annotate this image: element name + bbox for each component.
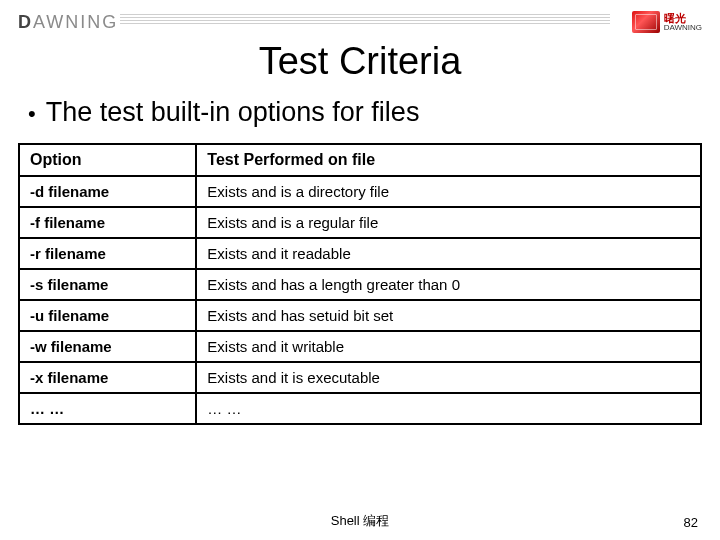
bullet-text: The test built-in options for files: [46, 97, 420, 128]
slide-header: DAWNING 曙光 DAWNING: [0, 0, 720, 38]
slide: DAWNING 曙光 DAWNING Test Criteria • The t…: [0, 0, 720, 540]
cell-option: -f filename: [19, 207, 196, 238]
cell-desc: Exists and is a regular file: [196, 207, 701, 238]
cell-desc: Exists and has a length greater than 0: [196, 269, 701, 300]
cell-option: -s filename: [19, 269, 196, 300]
cell-option: -r filename: [19, 238, 196, 269]
table-row: -d filename Exists and is a directory fi…: [19, 176, 701, 207]
bullet-line: • The test built-in options for files: [0, 83, 720, 139]
table-row: -s filename Exists and has a length grea…: [19, 269, 701, 300]
header-rule-lines: [120, 14, 610, 26]
sun-icon: [632, 11, 660, 33]
cell-desc: Exists and it readable: [196, 238, 701, 269]
brand-left-text: AWNING: [33, 12, 118, 32]
brand-right-sub: DAWNING: [664, 24, 702, 33]
brand-right-logo: 曙光 DAWNING: [632, 11, 702, 33]
cell-option: -u filename: [19, 300, 196, 331]
page-number: 82: [684, 515, 698, 530]
table-header-row: Option Test Performed on file: [19, 144, 701, 176]
cell-desc: Exists and has setuid bit set: [196, 300, 701, 331]
cell-option: -w filename: [19, 331, 196, 362]
table-row: -u filename Exists and has setuid bit se…: [19, 300, 701, 331]
cell-option: … …: [19, 393, 196, 424]
table-body: -d filename Exists and is a directory fi…: [19, 176, 701, 424]
slide-title: Test Criteria: [0, 40, 720, 83]
table-row: -f filename Exists and is a regular file: [19, 207, 701, 238]
table-header-test: Test Performed on file: [196, 144, 701, 176]
cell-desc: Exists and it writable: [196, 331, 701, 362]
cell-desc: … …: [196, 393, 701, 424]
table-row: … … … …: [19, 393, 701, 424]
cell-desc: Exists and is a directory file: [196, 176, 701, 207]
options-table: Option Test Performed on file -d filenam…: [18, 143, 702, 425]
cell-option: -x filename: [19, 362, 196, 393]
cell-option: -d filename: [19, 176, 196, 207]
brand-right-text: 曙光 DAWNING: [664, 12, 702, 33]
table-row: -w filename Exists and it writable: [19, 331, 701, 362]
table-row: -r filename Exists and it readable: [19, 238, 701, 269]
brand-left-logo: DAWNING: [18, 12, 118, 33]
brand-right-cn: 曙光: [664, 12, 702, 24]
footer-text: Shell 编程: [0, 512, 720, 530]
cell-desc: Exists and it is executable: [196, 362, 701, 393]
bullet-dot-icon: •: [28, 97, 36, 131]
table-header-option: Option: [19, 144, 196, 176]
table-row: -x filename Exists and it is executable: [19, 362, 701, 393]
